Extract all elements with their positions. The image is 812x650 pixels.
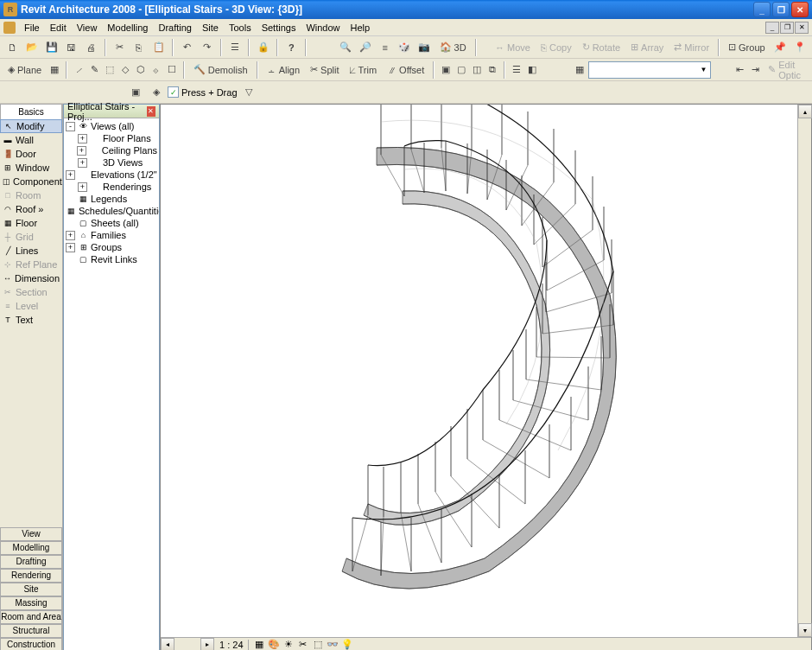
misc-b-button[interactable]: ▢ [454,61,468,80]
type-selector-dropdown[interactable]: ▼ [588,61,712,79]
menu-view[interactable]: View [72,21,103,35]
3d-button[interactable]: 🏠3D [435,38,471,57]
help-button[interactable]: ? [282,38,301,57]
reveal-button[interactable]: 💡 [341,639,353,651]
browser-close-button[interactable]: ✕ [147,106,155,117]
misc-a-button[interactable]: ▣ [439,61,453,80]
indent-left-button[interactable]: ⇤ [733,61,746,80]
misc-f-button[interactable]: ◧ [525,61,539,80]
trim-button[interactable]: ⟀Trim [346,61,382,80]
save-button[interactable]: 💾 [43,38,61,57]
design-item-text[interactable]: TText [0,313,62,327]
menu-edit[interactable]: Edit [45,21,72,35]
design-item-window[interactable]: ⊞Window [0,161,62,175]
filter-select-button[interactable]: ▽ [239,83,258,102]
menu-help[interactable]: Help [346,21,376,35]
menu-settings[interactable]: Settings [257,21,301,35]
tree-toggle-icon[interactable]: + [66,243,75,252]
tree-item[interactable]: +3D Views [66,156,157,169]
camera-button[interactable]: 📷 [416,38,434,57]
design-item-floor[interactable]: ▦Floor [0,216,62,230]
tree-item[interactable]: ▦Legends [66,193,157,205]
design-tab-drafting[interactable]: Drafting [0,555,62,569]
model-graphics-button[interactable]: 🎨 [268,639,280,651]
filter-icon[interactable]: ▦ [573,61,587,80]
redo-button[interactable]: ↷ [198,38,216,57]
zoom-button[interactable]: 🔍 [337,38,355,57]
open-button[interactable]: 📂 [23,38,41,57]
vertical-scrollbar[interactable]: ▴ ▾ [797,105,811,637]
mdi-close-button[interactable]: ✕ [795,22,809,34]
tool-a-button[interactable]: ⟋ [72,61,86,80]
design-tab-roomandarea[interactable]: Room and Area [0,610,62,624]
misc-d-button[interactable]: ⧉ [485,61,499,80]
tool-f-button[interactable]: ⟐ [149,61,163,80]
design-item-lines[interactable]: ╱Lines [0,244,62,258]
menu-modelling[interactable]: Modelling [102,21,153,35]
maximize-button[interactable]: ❐ [772,2,790,17]
scroll-left-button[interactable]: ◂ [161,638,174,651]
lock-button[interactable]: 🔒 [254,38,272,57]
split-button[interactable]: ✂Split [306,61,343,80]
view-scale[interactable]: 1 : 24 [219,640,244,650]
scroll-up-button[interactable]: ▴ [798,105,812,118]
design-item-modify[interactable]: ↖Modify [0,119,62,133]
menu-site[interactable]: Site [197,21,224,35]
scroll-right-button[interactable]: ▸ [200,638,214,651]
workplane-button[interactable]: ◈Plane [3,61,46,80]
tree-toggle-icon[interactable]: + [78,134,87,143]
mdi-restore-button[interactable]: ❐ [780,22,794,34]
tree-item[interactable]: ▦Schedules/Quantitie [66,205,157,217]
thin-lines-button[interactable]: ≡ [376,38,394,57]
tree-toggle-icon[interactable]: + [66,231,75,240]
new-button[interactable]: 🗋 [3,38,22,57]
crop-region-button[interactable]: ⬚ [312,639,324,651]
cut-button[interactable]: ✂ [111,38,129,57]
3d-view-icon[interactable]: 🎲 [396,38,414,57]
design-tab-construction[interactable]: Construction [0,638,62,650]
print-button[interactable]: 🖨 [82,38,100,57]
zoom-region-button[interactable]: 🔎 [357,38,375,57]
copy-clipboard-button[interactable]: ⎘ [130,38,149,57]
grid-icon[interactable]: ▦ [48,61,61,80]
menu-drafting[interactable]: Drafting [153,21,197,35]
browser-tree[interactable]: -👁Views (all)+Floor Plans+Ceiling Plans+… [64,118,159,650]
viewport-canvas[interactable] [161,105,811,637]
properties-button[interactable]: ☰ [226,38,244,57]
close-button[interactable]: ✕ [791,2,809,17]
tool-e-button[interactable]: ⬡ [134,61,148,80]
option-b-button[interactable]: ◈ [147,83,166,102]
crop-view-button[interactable]: ✂ [297,639,309,651]
pin-button[interactable]: 📌 [771,38,790,57]
group-button[interactable]: ⊡Group [724,38,770,57]
demolish-button[interactable]: 🔨Demolish [189,61,252,80]
undo-button[interactable]: ↶ [178,38,196,57]
tree-toggle-icon[interactable]: + [66,170,75,180]
unpin-button[interactable]: 📍 [790,38,809,57]
detail-level-button[interactable]: ▦ [253,639,265,651]
tool-g-button[interactable]: ☐ [165,61,179,80]
design-tab-basics[interactable]: Basics [0,104,62,119]
paste-button[interactable]: 📋 [149,38,168,57]
tree-toggle-icon[interactable]: - [66,122,75,131]
design-item-roof[interactable]: ◠Roof » [0,202,62,216]
tree-item[interactable]: +Ceiling Plans [66,144,157,156]
tree-toggle-icon[interactable]: + [78,158,87,168]
indent-right-button[interactable]: ⇥ [748,61,762,80]
3d-viewport[interactable]: ▴ ▾ ◂ ▸ 1 : 24 ▦ 🎨 ☀ ✂ ⬚ 👓 💡 [160,104,812,650]
hide-isolate-button[interactable]: 👓 [327,639,339,651]
tree-item[interactable]: +⌂Families [66,229,157,241]
tree-toggle-icon[interactable]: + [78,182,87,192]
tree-item[interactable]: +Elevations (1/2" Sq [66,169,157,181]
tree-item[interactable]: ▢Revit Links [66,253,157,265]
press-drag-checkbox[interactable]: ✓Press + Drag [168,86,238,98]
minimize-button[interactable]: _ [753,2,771,17]
tool-c-button[interactable]: ⬚ [103,61,117,80]
menu-tools[interactable]: Tools [224,21,257,35]
tree-item[interactable]: +Renderings [66,181,157,193]
misc-e-button[interactable]: ☰ [510,61,523,80]
design-item-door[interactable]: 🚪Door [0,147,62,161]
menu-file[interactable]: File [19,21,45,35]
misc-c-button[interactable]: ◫ [470,61,484,80]
design-tab-modelling[interactable]: Modelling [0,541,62,555]
